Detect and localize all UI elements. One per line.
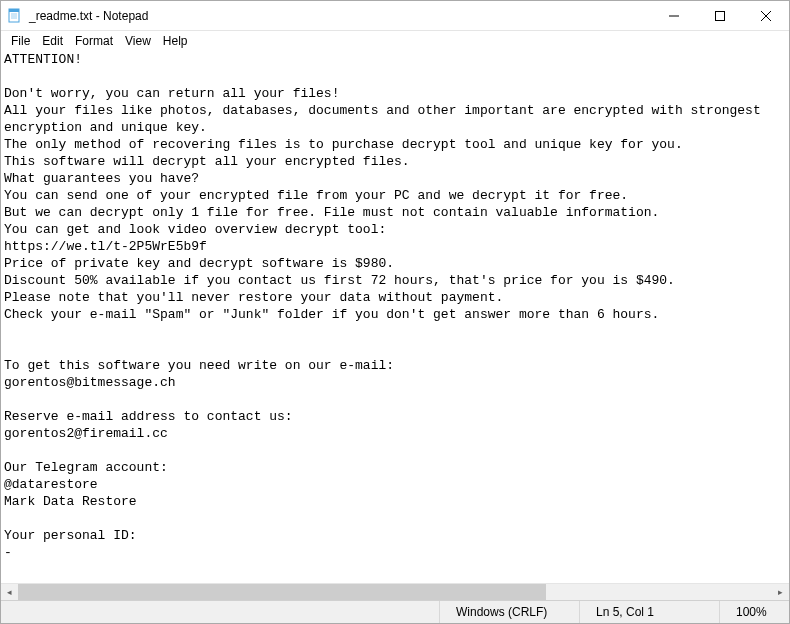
status-position: Ln 5, Col 1 — [579, 601, 719, 623]
menu-view[interactable]: View — [119, 32, 157, 50]
scroll-track[interactable] — [18, 584, 772, 600]
status-encoding: Windows (CRLF) — [439, 601, 579, 623]
document-text[interactable]: ATTENTION! Don't worry, you can return a… — [1, 51, 789, 561]
minimize-button[interactable] — [651, 1, 697, 30]
close-button[interactable] — [743, 1, 789, 30]
menu-help[interactable]: Help — [157, 32, 194, 50]
menu-edit[interactable]: Edit — [36, 32, 69, 50]
titlebar: _readme.txt - Notepad — [1, 1, 789, 31]
status-zoom: 100% — [719, 601, 789, 623]
horizontal-scrollbar[interactable]: ◂ ▸ — [1, 583, 789, 600]
scroll-left-button[interactable]: ◂ — [1, 584, 18, 601]
maximize-button[interactable] — [697, 1, 743, 30]
text-area[interactable]: ATTENTION! Don't worry, you can return a… — [1, 51, 789, 583]
svg-rect-1 — [9, 9, 19, 12]
svg-rect-6 — [716, 11, 725, 20]
menu-format[interactable]: Format — [69, 32, 119, 50]
window-controls — [651, 1, 789, 30]
scroll-right-button[interactable]: ▸ — [772, 584, 789, 601]
window-title: _readme.txt - Notepad — [29, 9, 651, 23]
statusbar: Windows (CRLF) Ln 5, Col 1 100% — [1, 600, 789, 623]
scroll-thumb[interactable] — [18, 584, 546, 600]
notepad-icon — [7, 8, 23, 24]
menubar: File Edit Format View Help — [1, 31, 789, 51]
menu-file[interactable]: File — [5, 32, 36, 50]
